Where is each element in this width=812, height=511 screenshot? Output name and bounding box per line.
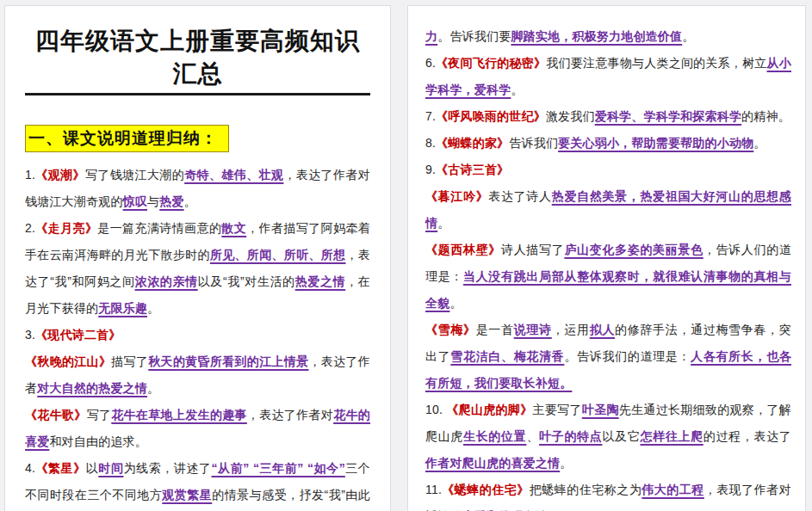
text-run: 的过程，表达了 xyxy=(704,429,791,443)
paragraph: 《秋晚的江山》描写了秋天的黄昏所看到的江上情景，表达了作者对大自然的热爱之情。 xyxy=(25,348,370,402)
keyword-run: 花牛在草地上发生的趣事 xyxy=(111,408,247,422)
keyword-run: 散文 xyxy=(221,221,246,235)
keyword-run: 爱科学、学科学和探索科学 xyxy=(595,109,741,123)
keyword-run: 雪花洁白、梅花清香 xyxy=(450,349,564,363)
text-run: 。 xyxy=(147,301,159,315)
text-run: 我们要注意事物与人类之间的关系，树立 xyxy=(546,56,766,70)
keyword-run: 怎样往上爬 xyxy=(640,429,703,443)
text-run: 。 xyxy=(147,381,159,395)
book-title-run: 《蝴蝶的家》 xyxy=(436,136,509,150)
text-run: 。 xyxy=(753,136,766,150)
page-2-body: 力。告诉我们要脚踏实地，积极努力地创造价值。6.《夜间飞行的秘密》我们要注意事物… xyxy=(425,23,791,511)
book-title-run: 《秋晚的江山》 xyxy=(25,354,111,368)
book-title-run: 《雪梅》 xyxy=(425,323,476,336)
keyword-run: 热爱之情 xyxy=(295,274,346,288)
book-title-run: 《古诗三首》 xyxy=(436,163,509,176)
book-title-run: 《夜间飞行的秘密》 xyxy=(436,56,546,70)
book-title-run: 《观潮》 xyxy=(35,168,85,182)
text-run: 诗人描写了 xyxy=(501,243,564,256)
paragraph: 10. 《爬山虎的脚》主要写了叶圣陶先生通过长期细致的观察，了解爬山虎生长的位置… xyxy=(425,397,791,477)
document-canvas: 四年级语文上册重要高频知识汇总 一、课文说明道理归纳： 1.《观潮》写了钱塘江大… xyxy=(0,0,812,511)
text-run: 表达了诗人 xyxy=(488,189,551,203)
text-run: 以及“我”对生活的 xyxy=(198,274,295,288)
paragraph: 11.《蟋蟀的住宅》把蟋蟀的住宅称之为伟大的工程，表现了作者对蟋蟀的喜爱和赞叹之… xyxy=(425,477,791,511)
text-run: ，运用 xyxy=(552,323,590,336)
text-run: 。 xyxy=(511,83,523,96)
keyword-run: 秋天的黄昏所看到的江上情景 xyxy=(148,354,308,368)
page-1-body: 1.《观潮》写了钱塘江大潮的奇特、雄伟、壮观，表达了作者对钱塘江大潮奇观的惊叹与… xyxy=(25,162,370,511)
title-row: 四年级语文上册重要高频知识汇总 xyxy=(25,25,370,95)
text-run: 。 xyxy=(449,296,462,310)
text-run: 1. xyxy=(25,168,35,182)
book-title-run: 《现代诗二首》 xyxy=(35,328,121,342)
keyword-run: 对大自然的热爱之情 xyxy=(37,381,147,395)
keyword-run: 叶子的特点 xyxy=(539,429,602,443)
text-run: 9. xyxy=(425,163,436,176)
text-run: 描写了 xyxy=(111,354,148,368)
paragraph: 力。告诉我们要脚踏实地，积极努力地创造价值。 xyxy=(425,23,791,50)
keyword-run: 作者对爬山虎的喜爱之情 xyxy=(425,456,560,470)
paragraph: 3.《现代诗二首》 xyxy=(25,322,370,348)
text-run: 。 xyxy=(560,456,572,470)
text-run: 。告诉我们要 xyxy=(437,29,511,43)
text-run: 告诉我们 xyxy=(509,136,558,150)
page-2: 力。告诉我们要脚踏实地，积极努力地创造价值。6.《夜间飞行的秘密》我们要注意事物… xyxy=(407,5,806,511)
keyword-run: 要关心弱小，帮助需要帮助的小动物 xyxy=(558,136,753,150)
section-heading: 一、课文说明道理归纳： xyxy=(25,125,229,152)
paragraph: 《暮江吟》表达了诗人热爱自然美景，热爱祖国大好河山的思想感情。 xyxy=(425,183,791,237)
paragraph: 2.《走月亮》是一篇充满诗情画意的散文，作者描写了阿妈牵着手在云南洱海畔的月光下… xyxy=(25,215,370,322)
keyword-run: 力 xyxy=(425,29,437,43)
keyword-run: 叶圣陶 xyxy=(582,403,619,416)
text-run: 。 xyxy=(682,29,694,43)
document-title: 四年级语文上册重要高频知识汇总 xyxy=(25,25,370,95)
book-title-run: 《花牛歌》 xyxy=(25,408,87,422)
text-run: 。告诉我们的道理是： xyxy=(564,349,691,363)
keyword-run: 脚踏实地，积极努力地创造价值 xyxy=(511,29,682,43)
keyword-run: 浓浓的亲情 xyxy=(135,274,198,288)
text-run: 8. xyxy=(425,136,436,150)
keyword-run: 奇特、雄伟、壮观 xyxy=(184,168,283,182)
keyword-run: 说理诗 xyxy=(514,323,552,336)
text-run: 写了 xyxy=(87,408,112,422)
text-run: 为线索，讲述了 xyxy=(124,461,212,475)
keyword-run: 拟人 xyxy=(590,323,615,336)
text-run: 是一首 xyxy=(476,323,514,336)
paragraph: 1.《观潮》写了钱塘江大潮的奇特、雄伟、壮观，表达了作者对钱塘江大潮奇观的惊叹与… xyxy=(25,162,370,215)
text-run: 主要写了 xyxy=(532,403,581,416)
text-run: 4. xyxy=(25,461,35,475)
text-run: 11. xyxy=(425,483,442,496)
text-run: 是一篇充满诗情画意的 xyxy=(97,221,221,235)
text-run: 。 xyxy=(184,194,196,208)
book-title-run: 《蟋蟀的住宅》 xyxy=(442,483,530,496)
book-title-run: 《繁星》 xyxy=(35,461,86,475)
paragraph: 9.《古诗三首》 xyxy=(425,157,791,183)
paragraph: 8.《蝴蝶的家》告诉我们要关心弱小，帮助需要帮助的小动物。 xyxy=(425,130,791,157)
paragraph: 《花牛歌》写了花牛在草地上发生的趣事，表达了作者对花牛的喜爱和对自由的追求。 xyxy=(25,402,370,455)
text-run: 以 xyxy=(86,461,99,475)
keyword-run: 当人没有跳出局部从整体观察时，就很难认清事物的真相与全貌 xyxy=(425,269,791,310)
book-title-run: 《呼风唤雨的世纪》 xyxy=(436,109,546,123)
text-run: 的精神。 xyxy=(741,109,790,123)
paragraph: 6.《夜间飞行的秘密》我们要注意事物与人类之间的关系，树立从小学科学，爱科学。 xyxy=(425,50,791,103)
text-run: 以及它 xyxy=(602,429,640,443)
keyword-run: 所见、所闻、所听、所想 xyxy=(210,248,346,262)
page-1: 四年级语文上册重要高频知识汇总 一、课文说明道理归纳： 1.《观潮》写了钱塘江大… xyxy=(4,5,391,511)
book-title-run: 《爬山虎的脚》 xyxy=(446,403,532,416)
text-run: 把蟋蟀的住宅称之为 xyxy=(530,483,642,496)
book-title-run: 《暮江吟》 xyxy=(425,189,488,203)
text-run: 、 xyxy=(526,429,539,443)
book-title-run: 《走月亮》 xyxy=(35,221,97,235)
text-run: ，表达了作者对 xyxy=(247,408,333,422)
keyword-run: 热爱 xyxy=(159,194,183,208)
paragraph: 4.《繁星》以时间为线索，讲述了“从前” “三年前” “如今”三个不同时段在三个… xyxy=(25,455,370,511)
keyword-run: 伟大的工程 xyxy=(642,483,704,496)
text-run: 。 xyxy=(437,216,449,230)
text-run: 写了钱塘江大潮的 xyxy=(85,168,184,182)
text-run: 与 xyxy=(147,194,159,208)
paragraph: 《题西林壁》诗人描写了庐山变化多姿的美丽景色，告诉人们的道理是：当人没有跳出局部… xyxy=(425,237,791,317)
keyword-run: 时间 xyxy=(98,461,123,475)
text-run: 10. xyxy=(425,403,446,416)
keyword-run: “从前” “三年前” “如今” xyxy=(212,461,345,475)
text-run: 和对自由的追求。 xyxy=(49,434,147,448)
keyword-run: 庐山变化多姿的美丽景色 xyxy=(564,243,703,256)
